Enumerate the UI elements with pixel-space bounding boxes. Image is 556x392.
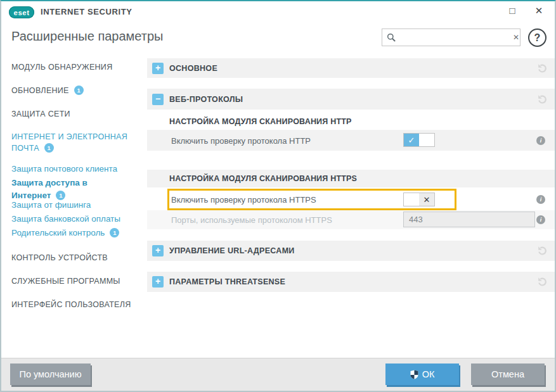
row-enable-http: Включить проверку протокола HTTP ✓ i: [147, 130, 556, 151]
product-name: INTERNET SECURITY: [41, 7, 133, 16]
sidebar-item-parental-control[interactable]: Родительский контроль1: [11, 227, 141, 239]
setting-label: Включить проверку протокола HTTP: [171, 136, 311, 145]
cross-icon: ✕: [419, 193, 434, 206]
sidebar-item-label: КОНТРОЛЬ УСТРОЙСТВ: [11, 253, 108, 262]
sidebar-item-detection-engine[interactable]: МОДУЛЬ ОБНАРУЖЕНИЯ: [11, 61, 141, 73]
window-controls: □ ✕: [507, 5, 545, 16]
cancel-button-label: Отмена: [491, 369, 524, 379]
maximize-icon[interactable]: □: [507, 5, 518, 16]
https-toggle[interactable]: ✕: [403, 193, 435, 206]
revert-icon[interactable]: [537, 246, 547, 256]
search-icon: [387, 33, 396, 42]
search-input[interactable]: [396, 29, 513, 46]
revert-icon[interactable]: [537, 63, 547, 73]
sidebar-item-label: Защита почтового клиента: [11, 164, 117, 174]
subsection-title-text: НАСТРОЙКА МОДУЛЯ СКАНИРОВАНИЯ HTTPS: [169, 174, 357, 183]
sidebar-item-antiphishing[interactable]: Защита от фишинга: [11, 199, 141, 211]
sidebar-item-tools[interactable]: СЛУЖЕБНЫЕ ПРОГРАММЫ: [11, 275, 141, 287]
section-header-url-management[interactable]: + УПРАВЛЕНИЕ URL-АДРЕСАМИ: [147, 241, 556, 261]
sidebar-item-label: Защита банковской оплаты: [11, 214, 120, 224]
sidebar-item-web-access-protection[interactable]: Защита доступа в Интернет1: [11, 177, 119, 202]
section-header-threatsense[interactable]: + ПАРАМЕТРЫ THREATSENSE: [147, 272, 556, 292]
sidebar-item-label: Защита от фишинга: [11, 200, 91, 210]
sidebar-item-banking-protection[interactable]: Защита банковской оплаты: [11, 213, 141, 225]
eset-advanced-setup-window: eset INTERNET SECURITY □ ✕ Расширенные п…: [0, 0, 556, 392]
sidebar-item-label: МОДУЛЬ ОБНАРУЖЕНИЯ: [11, 63, 112, 72]
subsection-title-text: НАСТРОЙКА МОДУЛЯ СКАНИРОВАНИЯ HTTP: [169, 117, 352, 126]
expand-icon[interactable]: +: [152, 245, 164, 256]
search-clear-icon[interactable]: ✕: [513, 33, 519, 42]
revert-icon[interactable]: [537, 277, 547, 287]
sidebar-item-update[interactable]: ОБНОВЛЕНИЕ1: [11, 85, 141, 96]
help-button[interactable]: ?: [528, 28, 546, 47]
search-box[interactable]: ✕: [382, 28, 520, 46]
section-header-basic[interactable]: + ОСНОВНОЕ: [147, 58, 556, 78]
section-label: ОСНОВНОЕ: [169, 58, 217, 78]
sidebar-item-device-control[interactable]: КОНТРОЛЬ УСТРОЙСТВ: [11, 252, 141, 263]
info-icon[interactable]: i: [536, 215, 545, 224]
https-ports-input[interactable]: [403, 212, 535, 227]
eset-logo-text: eset: [13, 9, 29, 16]
default-button-label: По умолчанию: [19, 369, 81, 379]
sidebar-item-network-protection[interactable]: ЗАЩИТА СЕТИ: [11, 108, 141, 120]
toggle-knob: [419, 134, 434, 146]
collapse-icon[interactable]: −: [152, 94, 164, 105]
setting-label: Включить проверку протокола HTTPS: [171, 195, 316, 205]
http-toggle[interactable]: ✓: [403, 133, 435, 147]
sidebar-item-label: ОБНОВЛЕНИЕ: [11, 86, 69, 95]
ok-button-label: ОК: [422, 369, 435, 379]
sidebar-item-web-and-email[interactable]: ИНТЕРНЕТ И ЭЛЕКТРОННАЯ ПОЧТА1: [11, 131, 136, 154]
sidebar-item-email-client-protection[interactable]: Защита почтового клиента: [11, 163, 141, 175]
eset-logo: eset: [9, 6, 34, 18]
section-label: ПАРАМЕТРЫ THREATSENSE: [169, 272, 285, 292]
notification-badge: 1: [110, 228, 119, 237]
row-https-ports: Порты, используемые протоколом HTTPS i: [147, 210, 556, 229]
info-icon[interactable]: i: [536, 136, 545, 145]
row-enable-https: Включить проверку протокола HTTPS ✕ i: [147, 189, 556, 210]
subsection-title-http: НАСТРОЙКА МОДУЛЯ СКАНИРОВАНИЯ HTTP: [147, 113, 556, 130]
shield-icon: [410, 370, 418, 379]
expand-icon[interactable]: +: [152, 63, 164, 74]
notification-badge: 1: [44, 143, 54, 153]
cancel-button[interactable]: Отмена: [471, 364, 545, 385]
revert-icon[interactable]: [537, 94, 547, 104]
sidebar-item-user-interface[interactable]: ИНТЕРФЕЙС ПОЛЬЗОВАТЕЛЯ: [11, 299, 141, 310]
subsection-title-https: НАСТРОЙКА МОДУЛЯ СКАНИРОВАНИЯ HTTPS: [147, 170, 556, 187]
footer-bar: По умолчанию ОК Отмена: [1, 358, 555, 391]
sidebar-item-label: Защита доступа в Интернет: [11, 178, 87, 200]
sidebar-item-label: ЗАЩИТА СЕТИ: [11, 110, 70, 118]
sidebar-item-label: ИНТЕРФЕЙС ПОЛЬЗОВАТЕЛЯ: [11, 300, 131, 309]
toggle-knob: [404, 193, 419, 206]
setting-label: Порты, используемые протоколом HTTPS: [171, 215, 332, 225]
sidebar-item-label: ИНТЕРНЕТ И ЭЛЕКТРОННАЯ ПОЧТА: [11, 132, 127, 153]
section-header-web-protocols[interactable]: − ВЕБ-ПРОТОКОЛЫ: [147, 89, 556, 110]
notification-badge: 1: [74, 85, 84, 95]
info-icon[interactable]: i: [536, 195, 545, 204]
titlebar: eset INTERNET SECURITY □ ✕: [1, 1, 555, 23]
close-icon[interactable]: ✕: [533, 5, 545, 16]
default-button[interactable]: По умолчанию: [10, 364, 91, 385]
section-label: ВЕБ-ПРОТОКОЛЫ: [169, 89, 243, 110]
check-icon: ✓: [404, 134, 419, 146]
page-title: Расширенные параметры: [11, 29, 163, 44]
sidebar-item-label: СЛУЖЕБНЫЕ ПРОГРАММЫ: [11, 277, 120, 286]
expand-icon[interactable]: +: [152, 276, 164, 288]
section-label: УПРАВЛЕНИЕ URL-АДРЕСАМИ: [169, 241, 295, 261]
ok-button[interactable]: ОК: [385, 364, 459, 385]
sidebar-item-label: Родительский контроль: [11, 228, 105, 237]
